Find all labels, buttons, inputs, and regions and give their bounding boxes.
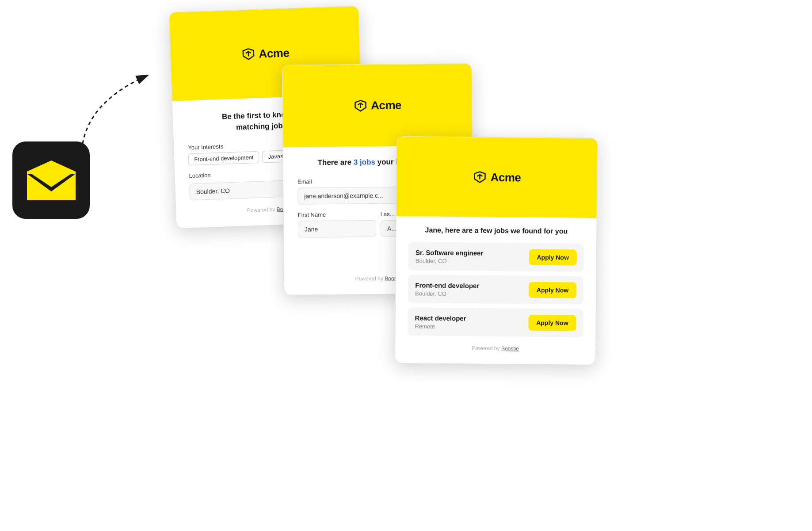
job-info-3: React developer Remote: [415, 314, 528, 330]
card2-brand-name: Acme: [371, 99, 401, 113]
tag-frontend: Front-end development: [188, 151, 259, 166]
card2-firstname-label: First Name: [298, 211, 376, 218]
apply-button-2[interactable]: Apply Now: [529, 282, 577, 298]
job-info-1: Sr. Software engineer Boulder, CO: [416, 248, 529, 265]
job-info-2: Front-end developer Boulder, CO: [415, 281, 529, 298]
card1-logo: Acme: [241, 46, 290, 61]
card2-jobs-count: 3 jobs: [354, 158, 375, 166]
acme-logo-icon-1: [241, 47, 255, 61]
job-title-1: Sr. Software engineer: [416, 248, 529, 257]
apply-button-3[interactable]: Apply Now: [528, 315, 576, 331]
card3-greeting: Jane, here are a few jobs we found for y…: [408, 226, 584, 235]
card3-body: Jane, here are a few jobs we found for y…: [395, 216, 597, 365]
job-item-2: Front-end developer Boulder, CO Apply No…: [408, 275, 584, 304]
card1-brand-name: Acme: [259, 46, 290, 61]
card3-header: Acme: [396, 137, 598, 218]
card2-logo: Acme: [353, 98, 401, 113]
card3-brand-name: Acme: [490, 170, 521, 184]
acme-logo-icon-3: [473, 170, 487, 184]
job-location-3: Remote: [415, 323, 528, 330]
job-title-2: Front-end developer: [415, 281, 529, 290]
dashed-arrow-svg: [69, 40, 183, 195]
card2-firstname-input[interactable]: [298, 220, 376, 238]
envelope-svg: [27, 160, 76, 200]
card3-powered-by: Powered by Boostie: [408, 344, 583, 354]
apply-button-1[interactable]: Apply Now: [529, 249, 577, 266]
svg-marker-1: [27, 160, 76, 172]
card3-logo: Acme: [473, 170, 521, 185]
card2-firstname-col: First Name: [298, 211, 377, 238]
job-location-2: Boulder, CO: [415, 290, 529, 298]
job-item-1: Sr. Software engineer Boulder, CO Apply …: [408, 242, 584, 271]
job-location-1: Boulder, CO: [416, 257, 529, 265]
card2-header: Acme: [282, 64, 473, 147]
card-jobs: Acme Jane, here are a few jobs we found …: [395, 136, 598, 365]
scene: Acme Be the first to know whenmatching j…: [0, 0, 812, 531]
job-title-3: React developer: [415, 314, 529, 322]
job-item-3: React developer Remote Apply Now: [408, 307, 583, 337]
acme-logo-icon-2: [353, 99, 367, 113]
card3-boostie-link[interactable]: Boostie: [501, 345, 519, 351]
